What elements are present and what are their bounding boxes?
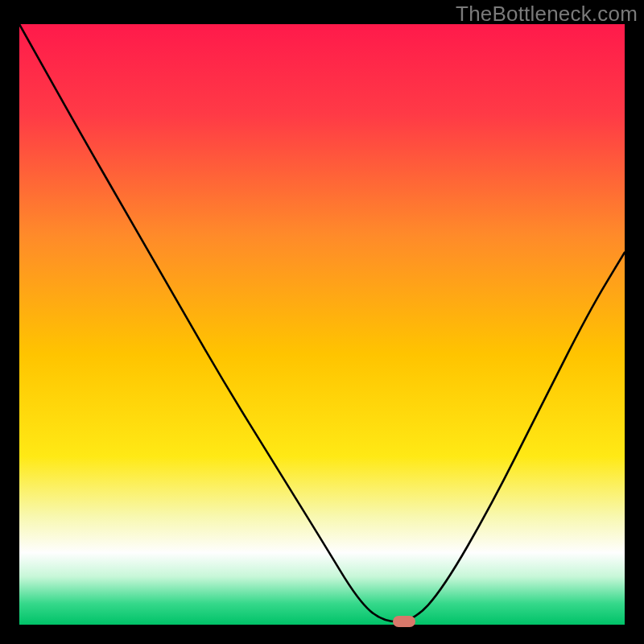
optimal-marker-icon xyxy=(393,616,415,627)
watermark-label: TheBottleneck.com xyxy=(456,2,638,27)
plot-area xyxy=(19,24,625,625)
bottleneck-chart-svg xyxy=(19,24,625,625)
gradient-background xyxy=(19,24,625,625)
chart-frame: TheBottleneck.com xyxy=(0,0,644,644)
